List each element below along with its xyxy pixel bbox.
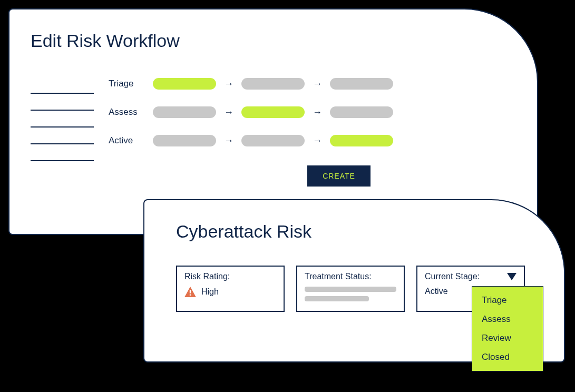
placeholder-line	[305, 296, 369, 301]
arrow-right-icon: →	[311, 107, 324, 118]
workflow-row-label: Active	[109, 135, 147, 146]
workflow-row-label: Assess	[109, 107, 147, 117]
svg-rect-0	[190, 290, 191, 293]
stage-pill[interactable]	[153, 78, 216, 90]
dropdown-option-closed[interactable]: Closed	[472, 348, 543, 367]
arrow-right-icon: →	[222, 79, 235, 90]
risk-rating-label: Risk Rating:	[184, 272, 276, 281]
stage-pill[interactable]	[153, 135, 216, 146]
stage-pill[interactable]	[241, 78, 305, 90]
create-button[interactable]: CREATE	[307, 165, 371, 187]
stage-pill[interactable]	[330, 78, 393, 90]
dropdown-option-assess[interactable]: Assess	[472, 310, 543, 329]
stage-pill[interactable]	[241, 135, 305, 146]
sidebar-lines	[31, 77, 94, 161]
workflow-row-active: Active → →	[109, 134, 393, 148]
stage-pill[interactable]	[153, 106, 216, 118]
sidebar-line	[31, 111, 94, 128]
sidebar-line	[31, 128, 94, 144]
current-stage-dropdown[interactable]: Triage Assess Review Closed	[472, 286, 543, 371]
arrow-right-icon: →	[311, 135, 324, 146]
treatment-status-label: Treatment Status:	[305, 272, 396, 281]
dropdown-option-triage[interactable]: Triage	[472, 291, 543, 310]
sidebar-line	[31, 94, 94, 111]
dropdown-option-review[interactable]: Review	[472, 329, 543, 348]
stage-pill[interactable]	[330, 106, 393, 118]
arrow-right-icon: →	[222, 135, 235, 146]
treatment-status-card: Treatment Status:	[296, 266, 405, 312]
risk-title: Cyberattack Risk	[176, 221, 311, 242]
workflow-row-triage: Triage → →	[109, 77, 393, 91]
workflow-row-assess: Assess → →	[109, 105, 393, 119]
risk-rating-value: High	[201, 287, 219, 297]
workflow-rows: Triage → → Assess → → Active → →	[109, 77, 393, 162]
warning-icon	[184, 287, 196, 297]
current-stage-label: Current Stage:	[425, 272, 480, 281]
arrow-right-icon: →	[311, 79, 324, 90]
arrow-right-icon: →	[222, 107, 235, 118]
risk-rating-card: Risk Rating: High	[176, 266, 285, 312]
chevron-down-icon[interactable]	[507, 273, 516, 280]
sidebar-line	[31, 77, 94, 94]
workflow-row-label: Triage	[109, 79, 147, 89]
sidebar-line	[31, 144, 94, 161]
stage-pill[interactable]	[241, 106, 305, 118]
placeholder-line	[305, 287, 396, 292]
stage-pill[interactable]	[330, 135, 393, 146]
svg-rect-1	[190, 295, 191, 296]
workflow-title: Edit Risk Workflow	[31, 31, 180, 51]
